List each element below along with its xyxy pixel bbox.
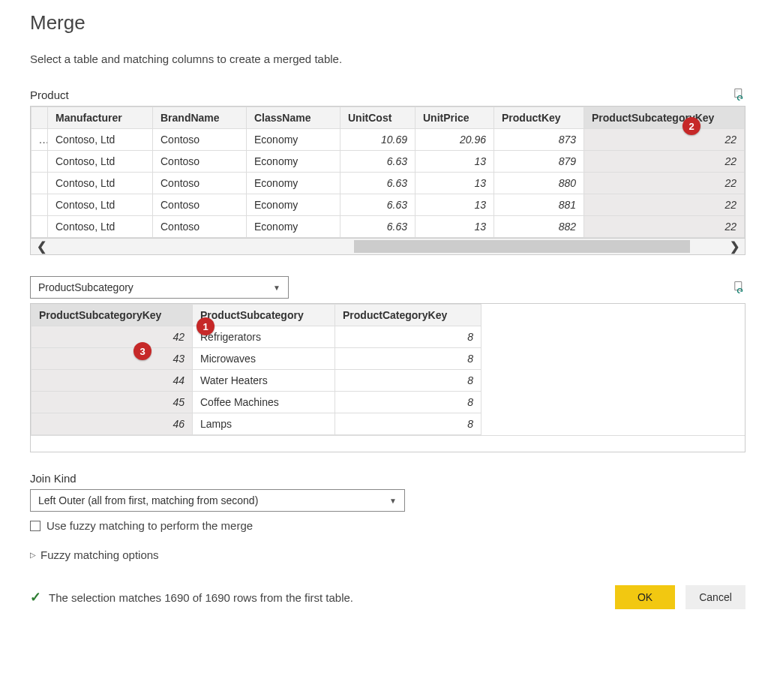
table-row[interactable]: Contoso, Ltd Contoso Economy 6.63 13 879… [32,151,745,173]
column-header[interactable]: ProductKey [494,107,584,129]
fuzzy-checkbox-label: Use fuzzy matching to perform the merge [46,519,253,532]
refresh-icon[interactable] [732,88,746,101]
row-handle-header [32,107,48,129]
refresh-icon[interactable] [732,281,746,294]
scroll-thumb[interactable] [354,240,690,253]
column-header[interactable]: BrandName [153,107,247,129]
fuzzy-options-expander[interactable]: ▷ Fuzzy matching options [30,548,746,561]
check-icon: ✓ [30,589,41,605]
join-kind-label: Join Kind [30,472,746,485]
status-text: The selection matches 1690 of 1690 rows … [49,591,353,604]
table-row[interactable]: 42 Refrigerators 8 [32,326,482,348]
table-row[interactable]: 45 Coffee Machines 8 [32,392,482,413]
column-header[interactable]: UnitCost [340,107,416,129]
dialog-title: Merge [30,11,746,35]
merge-dialog: Merge Select a table and matching column… [0,0,768,632]
horizontal-scrollbar[interactable]: ❮ ❯ [30,239,746,255]
dialog-subtitle: Select a table and matching columns to c… [30,53,746,65]
fuzzy-options-label: Fuzzy matching options [40,548,159,561]
second-table-selected: ProductSubcategory [38,281,134,293]
table-row[interactable]: Contoso, Ltd Contoso Economy 6.63 13 881… [32,194,745,216]
callout-3: 3 [134,342,152,360]
scroll-track[interactable] [52,239,724,254]
chevron-down-icon: ▼ [273,284,280,292]
table-row[interactable]: 43 Microwaves 8 [32,348,482,370]
column-header[interactable]: ProductCategoryKey [335,305,482,326]
status-row: ✓ The selection matches 1690 of 1690 row… [30,585,746,609]
column-header[interactable]: ClassName [247,107,340,129]
table-row[interactable]: 46 Lamps 8 [32,413,482,435]
second-table-selector-row: ProductSubcategory ▼ [30,276,746,299]
first-table-header: Product [30,88,746,101]
join-kind-dropdown[interactable]: Left Outer (all from first, matching fro… [30,489,405,512]
table-header-row[interactable]: Manufacturer BrandName ClassName UnitCos… [32,107,745,129]
column-header-selected[interactable]: ProductSubcategoryKey [584,107,745,129]
ok-button[interactable]: OK [615,585,675,609]
checkbox-icon[interactable] [30,521,40,531]
join-kind-selected: Left Outer (all from first, matching fro… [38,494,258,506]
table-row[interactable]: Contoso, Ltd Contoso Economy 6.63 13 882… [32,216,745,238]
table-header-row[interactable]: ProductSubcategoryKey ProductSubcategory… [32,305,482,326]
fuzzy-matching-checkbox[interactable]: Use fuzzy matching to perform the merge [30,519,746,532]
scroll-left-icon[interactable]: ❮ [31,239,52,254]
callout-2: 2 [682,117,700,135]
table-row[interactable]: 44 Water Heaters 8 [32,370,482,392]
table-row[interactable]: Contoso, Ltd Contoso Economy 6.63 13 880… [32,173,745,194]
table-row[interactable]: ... Contoso, Ltd Contoso Economy 10.69 2… [32,129,745,151]
chevron-right-icon: ▷ [30,551,36,559]
first-table-name: Product [30,89,69,101]
first-table-preview[interactable]: Manufacturer BrandName ClassName UnitCos… [30,106,746,239]
cancel-button[interactable]: Cancel [686,585,746,609]
second-table-preview[interactable]: ProductSubcategoryKey ProductSubcategory… [30,303,746,452]
second-table-dropdown[interactable]: ProductSubcategory ▼ [30,276,289,299]
callout-1: 1 [196,317,214,335]
column-header[interactable]: UnitPrice [416,107,494,129]
scroll-right-icon[interactable]: ❯ [724,239,745,254]
chevron-down-icon: ▼ [389,497,397,505]
column-header[interactable]: Manufacturer [48,107,153,129]
column-header-selected[interactable]: ProductSubcategoryKey [32,305,193,326]
